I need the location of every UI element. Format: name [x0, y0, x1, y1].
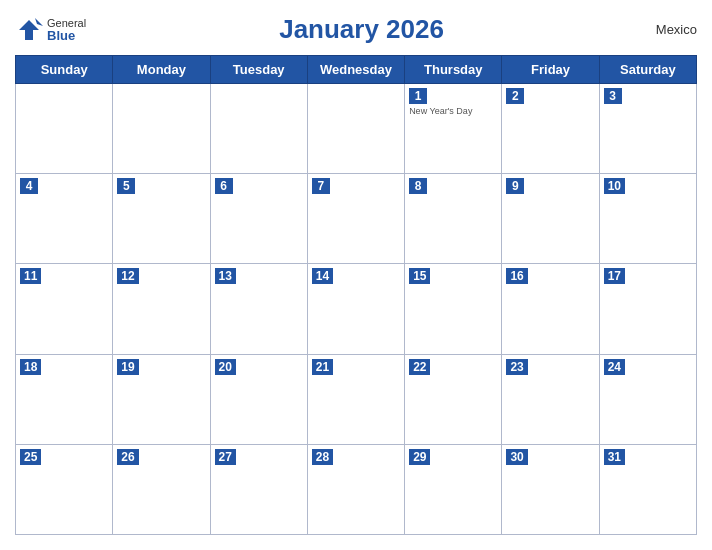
- calendar-day-cell: 22: [405, 354, 502, 444]
- calendar-week-row: 45678910: [16, 174, 697, 264]
- calendar-day-cell: 1New Year's Day: [405, 84, 502, 174]
- calendar-day-cell: 2: [502, 84, 599, 174]
- day-number: 10: [604, 178, 625, 194]
- day-number: 26: [117, 449, 138, 465]
- day-number: 13: [215, 268, 236, 284]
- calendar-header-row: SundayMondayTuesdayWednesdayThursdayFrid…: [16, 56, 697, 84]
- calendar-day-cell: 16: [502, 264, 599, 354]
- day-number: 5: [117, 178, 135, 194]
- calendar-day-cell: 23: [502, 354, 599, 444]
- calendar-day-cell: 12: [113, 264, 210, 354]
- calendar-day-cell: 17: [599, 264, 696, 354]
- calendar-day-cell: 21: [307, 354, 404, 444]
- day-number: 24: [604, 359, 625, 375]
- calendar-day-cell: 15: [405, 264, 502, 354]
- calendar-day-cell: 3: [599, 84, 696, 174]
- calendar-day-cell: 13: [210, 264, 307, 354]
- logo-text: General Blue: [47, 18, 86, 42]
- day-number: 1: [409, 88, 427, 104]
- logo: General Blue: [15, 16, 86, 44]
- calendar-week-row: 18192021222324: [16, 354, 697, 444]
- calendar-day-cell: 19: [113, 354, 210, 444]
- weekday-header: Saturday: [599, 56, 696, 84]
- day-number: 11: [20, 268, 41, 284]
- calendar-day-cell: [307, 84, 404, 174]
- day-number: 23: [506, 359, 527, 375]
- day-number: 25: [20, 449, 41, 465]
- calendar-day-cell: 27: [210, 444, 307, 534]
- calendar-day-cell: 24: [599, 354, 696, 444]
- calendar-week-row: 11121314151617: [16, 264, 697, 354]
- calendar-day-cell: [210, 84, 307, 174]
- calendar-day-cell: 4: [16, 174, 113, 264]
- weekday-header: Sunday: [16, 56, 113, 84]
- logo-general: General: [47, 18, 86, 29]
- day-number: 16: [506, 268, 527, 284]
- country-label: Mexico: [637, 22, 697, 37]
- calendar-day-cell: 25: [16, 444, 113, 534]
- calendar-day-cell: 11: [16, 264, 113, 354]
- logo-blue: Blue: [47, 29, 86, 42]
- calendar-table: SundayMondayTuesdayWednesdayThursdayFrid…: [15, 55, 697, 535]
- calendar-day-cell: [16, 84, 113, 174]
- calendar-header: General Blue January 2026 Mexico: [15, 10, 697, 49]
- day-number: 2: [506, 88, 524, 104]
- calendar-day-cell: 20: [210, 354, 307, 444]
- calendar-day-cell: 8: [405, 174, 502, 264]
- calendar-day-cell: 26: [113, 444, 210, 534]
- day-number: 29: [409, 449, 430, 465]
- calendar-day-cell: 30: [502, 444, 599, 534]
- weekday-header: Friday: [502, 56, 599, 84]
- calendar-day-cell: 9: [502, 174, 599, 264]
- calendar-day-cell: 10: [599, 174, 696, 264]
- weekday-header: Wednesday: [307, 56, 404, 84]
- holiday-label: New Year's Day: [409, 106, 497, 116]
- day-number: 22: [409, 359, 430, 375]
- day-number: 31: [604, 449, 625, 465]
- day-number: 7: [312, 178, 330, 194]
- calendar-day-cell: [113, 84, 210, 174]
- weekday-header: Tuesday: [210, 56, 307, 84]
- day-number: 12: [117, 268, 138, 284]
- day-number: 21: [312, 359, 333, 375]
- day-number: 4: [20, 178, 38, 194]
- calendar-day-cell: 18: [16, 354, 113, 444]
- calendar-day-cell: 29: [405, 444, 502, 534]
- day-number: 14: [312, 268, 333, 284]
- day-number: 8: [409, 178, 427, 194]
- weekday-header: Monday: [113, 56, 210, 84]
- day-number: 6: [215, 178, 233, 194]
- svg-marker-0: [19, 20, 39, 40]
- page-title: January 2026: [86, 14, 637, 45]
- day-number: 3: [604, 88, 622, 104]
- calendar-day-cell: 14: [307, 264, 404, 354]
- day-number: 28: [312, 449, 333, 465]
- calendar-day-cell: 6: [210, 174, 307, 264]
- weekday-header: Thursday: [405, 56, 502, 84]
- day-number: 30: [506, 449, 527, 465]
- day-number: 18: [20, 359, 41, 375]
- svg-marker-1: [35, 18, 43, 26]
- day-number: 20: [215, 359, 236, 375]
- logo-bird-icon: [15, 16, 43, 44]
- calendar-day-cell: 5: [113, 174, 210, 264]
- day-number: 27: [215, 449, 236, 465]
- day-number: 19: [117, 359, 138, 375]
- day-number: 9: [506, 178, 524, 194]
- day-number: 17: [604, 268, 625, 284]
- day-number: 15: [409, 268, 430, 284]
- calendar-week-row: 25262728293031: [16, 444, 697, 534]
- calendar-week-row: 1New Year's Day23: [16, 84, 697, 174]
- calendar-day-cell: 31: [599, 444, 696, 534]
- calendar-day-cell: 28: [307, 444, 404, 534]
- calendar-day-cell: 7: [307, 174, 404, 264]
